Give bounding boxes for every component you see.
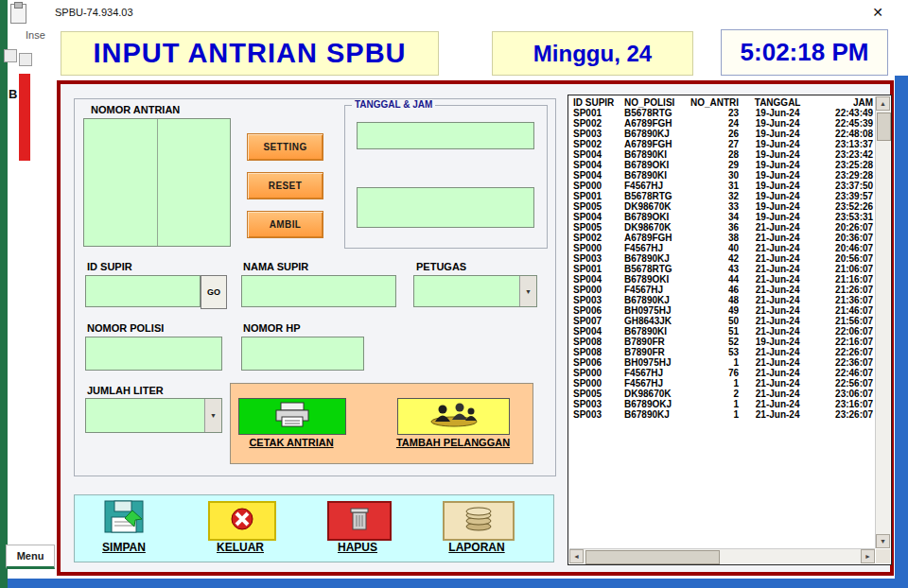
grid-row[interactable]: SP002A6789FGH2419-Jun-2422:45:39 (571, 118, 875, 129)
vertical-scroll-thumb[interactable] (877, 112, 891, 141)
reset-button[interactable]: RESET (247, 172, 323, 199)
nomor-polisi-label: NOMOR POLISI (87, 322, 164, 334)
grid-cell: 51 (689, 326, 741, 337)
scroll-right-icon[interactable]: ► (861, 549, 875, 563)
grid-row[interactable]: SP004B6789OKI4421-Jun-2421:16:07 (571, 274, 875, 285)
grid-row[interactable]: SP007GH8643JK5021-Jun-2421:56:07 (571, 316, 875, 326)
grid-row[interactable]: SP003B67890KJ2619-Jun-2422:48:08 (571, 129, 875, 139)
laporan-button[interactable] (443, 501, 515, 541)
grid-row[interactable]: SP004B6789OKI3419-Jun-2423:53:31 (571, 212, 875, 222)
jumlah-liter-combobox[interactable]: ▼ (85, 398, 222, 433)
grid-cell: 21:16:07 (814, 274, 875, 285)
grid-cell: B7890FR (622, 337, 689, 347)
grid-row[interactable]: SP000F4567HJ121-Jun-2422:56:07 (571, 378, 875, 389)
grid-cell: F4567HJ (622, 181, 689, 191)
grid-cell: SP004 (571, 149, 622, 160)
grid-cell: B6789OKI (622, 160, 689, 170)
grid-row[interactable]: SP000F4567HJ7621-Jun-2422:46:07 (571, 368, 875, 378)
grid-cell: 1 (689, 399, 741, 409)
grid-cell: 21:56:07 (814, 316, 875, 326)
nomor-polisi-input[interactable] (85, 337, 222, 371)
grid-cell: 26 (689, 129, 741, 139)
clipboard-icon[interactable] (10, 4, 26, 24)
grid-cell: DK98670K (622, 222, 689, 233)
excel-ribbon-icon[interactable] (4, 49, 17, 62)
nomor-hp-input[interactable] (241, 337, 364, 371)
scroll-down-icon[interactable]: ▼ (876, 534, 890, 548)
tambah-pelanggan-button[interactable] (397, 398, 510, 435)
scroll-left-icon[interactable]: ◄ (569, 549, 584, 563)
grid-cell: SP000 (571, 378, 622, 389)
grid-row[interactable]: SP002A6789FGH2719-Jun-2423:13:37 (571, 139, 875, 149)
excel-bold-button[interactable]: B (9, 87, 17, 101)
id-supir-input[interactable] (85, 275, 201, 307)
grid-row[interactable]: SP001B5678RTG2319-Jun-2422:43:49 (571, 108, 875, 118)
tanggal-field[interactable] (357, 122, 534, 149)
grid-row[interactable]: SP008B7890FR5219-Jun-2422:16:07 (571, 337, 875, 347)
cetak-antrian-button[interactable] (238, 398, 346, 435)
grid-cell: 22:36:07 (814, 357, 875, 368)
grid-row[interactable]: SP008B7890FR5321-Jun-2422:26:07 (571, 347, 875, 357)
scroll-up-icon[interactable]: ▲ (876, 96, 890, 111)
grid-row[interactable]: SP006BH0975HJ4921-Jun-2421:46:07 (571, 305, 875, 316)
chevron-down-icon[interactable]: ▼ (204, 399, 221, 432)
trash-icon (345, 505, 374, 537)
grid-row[interactable]: SP001B5678RTG4321-Jun-2421:06:07 (571, 264, 875, 274)
simpan-button[interactable] (91, 500, 157, 538)
grid-row[interactable]: SP001B5678RTG3219-Jun-2423:39:57 (571, 191, 875, 201)
grid-row[interactable]: SP000F4567HJ4621-Jun-2421:26:07 (571, 285, 875, 295)
grid-cell: SP004 (571, 212, 622, 222)
horizontal-scrollbar[interactable]: ◄ ► (569, 548, 875, 563)
grid-row[interactable]: SP003B67890KJ4221-Jun-2420:56:07 (571, 253, 875, 264)
window-title: SPBU-74.934.03 (55, 7, 133, 18)
vertical-scrollbar[interactable]: ▲ ▼ (875, 96, 890, 548)
excel-insert-tab[interactable]: Inse (26, 29, 45, 41)
tanggal-jam-label: TANGGAL & JAM (352, 99, 435, 110)
grid-row[interactable]: SP006BH0975HJ121-Jun-2422:36:07 (571, 357, 875, 368)
grid-cell: 23:23:42 (814, 149, 875, 160)
grid-cell: 76 (689, 368, 741, 378)
petugas-combobox[interactable]: ▼ (413, 275, 537, 307)
grid-row[interactable]: SP002A6789FGH3821-Jun-2420:36:07 (571, 233, 875, 243)
grid-cell: F4567HJ (622, 243, 689, 253)
nomor-antrian-listbox[interactable] (83, 118, 231, 247)
grid-row[interactable]: SP004B6789OKI2919-Jun-2423:25:28 (571, 160, 875, 170)
grid-row[interactable]: SP000F4567HJ4021-Jun-2420:46:07 (571, 243, 875, 253)
cetak-antrian-label: CETAK ANTRIAN (234, 437, 349, 448)
horizontal-scroll-thumb[interactable] (585, 550, 720, 564)
grid-row[interactable]: SP004B67890KI3019-Jun-2423:29:28 (571, 170, 875, 181)
grid-body: SP001B5678RTG2319-Jun-2422:43:49SP002A67… (571, 108, 875, 420)
col-jam: JAM (814, 97, 875, 108)
grid-cell: 21-Jun-24 (741, 222, 814, 233)
go-button[interactable]: GO (201, 275, 227, 309)
grid-cell: 43 (689, 264, 741, 274)
setting-button[interactable]: SETTING (247, 133, 323, 161)
grid-row[interactable]: SP003B67890KJ4821-Jun-2421:36:07 (571, 295, 875, 305)
nama-supir-input[interactable] (241, 275, 396, 307)
chevron-down-icon[interactable]: ▼ (519, 276, 536, 306)
grid-row[interactable]: SP005DK98670K221-Jun-2423:06:07 (571, 389, 875, 399)
grid-cell: A6789FGH (622, 118, 689, 129)
jam-field[interactable] (357, 187, 534, 228)
grid-cell: 23:37:50 (814, 181, 875, 191)
grid-row[interactable]: SP004B67890KI2819-Jun-2423:23:42 (571, 149, 875, 160)
grid-row[interactable]: SP005DK98670K3621-Jun-2420:26:07 (571, 222, 875, 233)
hapus-button[interactable] (327, 501, 392, 541)
grid-row[interactable]: SP003B67890KJ121-Jun-2423:26:07 (571, 409, 875, 420)
grid-cell: 23 (689, 108, 741, 118)
grid-cell: SP008 (571, 337, 622, 347)
taskbar[interactable] (8, 579, 908, 588)
keluar-button[interactable] (208, 501, 276, 541)
grid-row[interactable]: SP003B6789OKJ121-Jun-2423:16:07 (571, 399, 875, 409)
grid-row[interactable]: SP005DK98670K3319-Jun-2423:52:26 (571, 201, 875, 212)
excel-sheet-tab-menu[interactable]: Menu (6, 545, 55, 569)
ambil-button[interactable]: AMBIL (247, 211, 323, 238)
grid-row[interactable]: SP004B67890KI5121-Jun-2422:06:07 (571, 326, 875, 337)
grid-cell: 21:06:07 (814, 264, 875, 274)
grid-row[interactable]: SP000F4567HJ3119-Jun-2423:37:50 (571, 181, 875, 191)
grid-cell: 21-Jun-24 (741, 274, 814, 285)
grid-cell: F4567HJ (622, 285, 689, 295)
close-circle-icon (226, 505, 258, 537)
excel-ribbon-icon[interactable] (19, 53, 32, 66)
close-icon[interactable]: ✕ (872, 5, 883, 20)
